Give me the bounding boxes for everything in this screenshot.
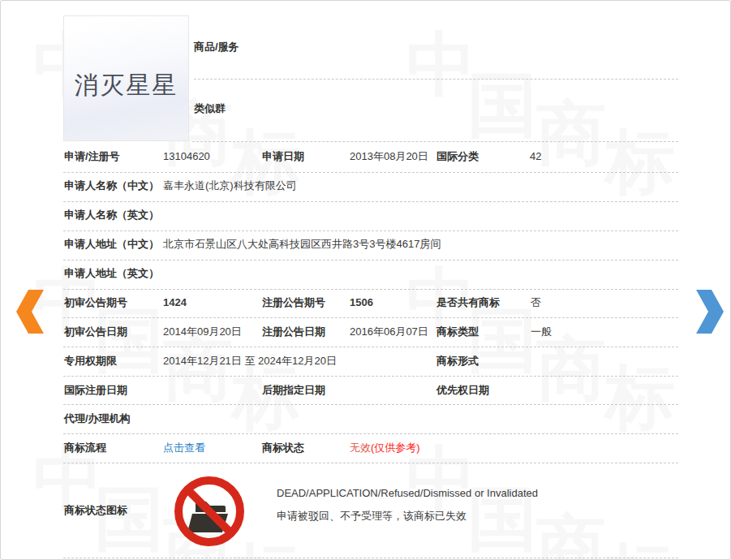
- intl-class-value: 42: [530, 149, 541, 164]
- tm-form-label: 商标形式: [436, 354, 479, 368]
- reg-pub-no-value: 1506: [350, 295, 373, 310]
- status-icon-label: 商标状态图标: [64, 503, 127, 518]
- view-process-link[interactable]: 点击查看: [163, 441, 205, 455]
- tm-status-value: 无效(仅供参考): [350, 441, 420, 455]
- tm-status-note: (仅供参考): [371, 442, 420, 454]
- watermark-glyph: 国: [467, 70, 537, 140]
- status-line2: 申请被驳回、不予受理等，该商标已失效: [277, 509, 467, 523]
- status-line1: DEAD/APPLICATION/Refused/Dismissed or In…: [277, 486, 538, 501]
- first-pub-no-value: 1424: [163, 295, 187, 310]
- trademark-image: 消灭星星: [63, 15, 189, 141]
- applicant-addr-en-label: 申请人地址（英文）: [64, 266, 159, 281]
- applicant-addr-cn-label: 申请人地址（中文）: [64, 237, 159, 252]
- reg-pub-date-label: 注册公告日期: [262, 325, 325, 339]
- trademark-image-text: 消灭星星: [75, 69, 178, 102]
- tm-status-main: 无效: [350, 442, 371, 454]
- watermark-glyph: 国: [94, 484, 164, 554]
- dead-status-prohibited-folder-icon: [172, 474, 247, 549]
- applicant-name-cn-value: 嘉丰永道(北京)科技有限公司: [163, 179, 297, 193]
- reg-pub-date-value: 2016年06月07日: [350, 325, 428, 339]
- is-shared-label: 是否共有商标: [436, 295, 500, 310]
- row-separator: [63, 172, 678, 173]
- tm-process-label: 商标流程: [64, 441, 106, 455]
- goods-services-label: 商品/服务: [194, 40, 239, 54]
- first-pub-no-label: 初审公告期号: [64, 295, 127, 310]
- row-separator: [63, 230, 678, 231]
- exclusive-period-label: 专用权期限: [64, 354, 117, 368]
- tm-type-value: 一般: [531, 325, 552, 339]
- row-separator: [192, 141, 678, 142]
- watermark-glyph: 商: [536, 334, 606, 403]
- watermark-glyph: 商: [536, 98, 606, 168]
- row-separator: [194, 79, 678, 80]
- intl-class-label: 国际分类: [436, 149, 479, 164]
- exclusive-period-value: 2014年12月21日 至 2024年12月20日: [163, 354, 337, 368]
- row-separator: [63, 201, 678, 202]
- app-date-value: 2013年08月20日: [350, 149, 428, 164]
- row-separator: [63, 317, 678, 318]
- reg-no-value: 13104620: [163, 149, 210, 164]
- reg-pub-no-label: 注册公告期号: [262, 295, 325, 310]
- watermark-glyph: 商: [163, 334, 233, 403]
- priority-date-label: 优先权日期: [436, 383, 489, 398]
- watermark-glyph: 标: [605, 362, 675, 432]
- reg-no-label: 申请/注册号: [64, 149, 120, 164]
- previous-arrow-icon[interactable]: [15, 290, 45, 334]
- is-shared-value: 否: [531, 295, 541, 310]
- row-separator: [63, 260, 678, 261]
- tm-type-label: 商标类型: [436, 325, 479, 339]
- row-separator: [63, 558, 678, 558]
- first-pub-date-value: 2014年09月20日: [163, 325, 242, 339]
- row-separator: [63, 463, 678, 463]
- watermark-glyph: 中: [406, 29, 476, 99]
- tm-status-label: 商标状态: [262, 441, 304, 455]
- similar-group-label: 类似群: [194, 101, 226, 116]
- intl-reg-date-label: 国际注册日期: [64, 383, 127, 398]
- first-pub-date-label: 初审公告日期: [64, 325, 127, 339]
- trademark-detail-page: 中 国 商 标 中 国 商 标 中 国 商 标 中 国 商 标 中 国 商 标 …: [0, 0, 731, 560]
- row-separator: [63, 347, 678, 347]
- row-separator: [63, 289, 678, 290]
- applicant-name-cn-label: 申请人名称（中文）: [64, 179, 159, 193]
- applicant-name-en-label: 申请人名称（英文）: [64, 208, 159, 222]
- applicant-addr-cn-value: 北京市石景山区八大处高科技园区西井路3号3号楼4617房间: [163, 237, 441, 252]
- app-date-label: 申请日期: [262, 149, 304, 164]
- watermark-glyph: 商: [536, 512, 606, 560]
- watermark-glyph: 标: [605, 127, 675, 196]
- row-separator: [63, 404, 678, 405]
- next-arrow-icon[interactable]: [694, 290, 725, 334]
- agency-label: 代理/办理机构: [64, 411, 131, 426]
- row-separator: [63, 433, 678, 434]
- late-designation-date-label: 后期指定日期: [262, 383, 325, 398]
- row-separator: [63, 376, 678, 377]
